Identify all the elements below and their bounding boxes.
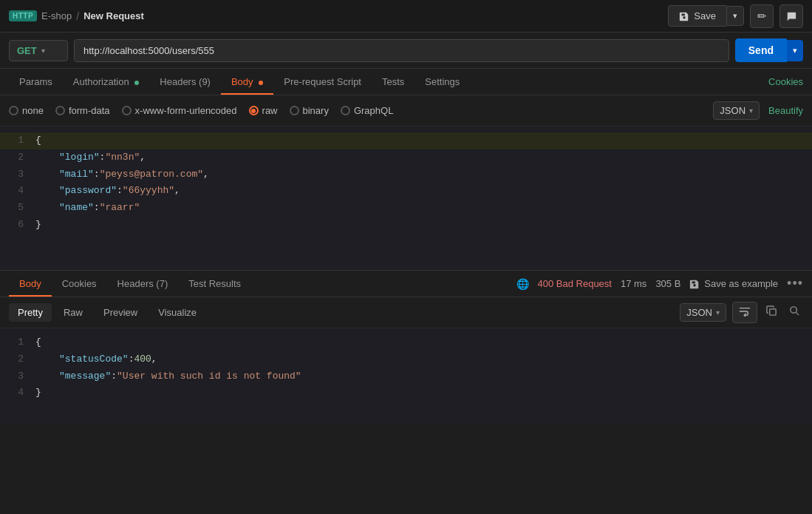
more-options-button[interactable]: ••• <box>787 276 803 291</box>
wrap-icon <box>739 306 751 317</box>
fmt-tab-visualize[interactable]: Visualize <box>149 303 205 322</box>
method-text: GET <box>17 45 37 56</box>
breadcrumb-separator: / <box>76 10 79 22</box>
cookies-link[interactable]: Cookies <box>768 76 803 87</box>
tab-params[interactable]: Params <box>9 69 63 95</box>
response-tabs: Body Cookies Headers (7) Test Results 🌐 … <box>0 271 812 297</box>
tab-tests[interactable]: Tests <box>372 69 414 95</box>
wrap-button[interactable] <box>732 302 757 323</box>
save-button[interactable]: Save <box>668 5 726 27</box>
body-type-right: JSON ▾ Beautify <box>713 101 803 120</box>
url-input[interactable] <box>74 39 729 62</box>
method-selector[interactable]: GET ▾ <box>9 40 68 61</box>
beautify-button[interactable]: Beautify <box>768 105 803 116</box>
method-dropdown-chevron: ▾ <box>41 47 45 55</box>
radio-form-data[interactable]: form-data <box>55 105 110 116</box>
req-line-5: 5 "name" : "raarr" <box>0 200 812 217</box>
copy-icon <box>766 305 777 317</box>
radio-form-data-circle <box>55 106 65 115</box>
top-bar-actions: Save ▾ ✏ <box>668 4 803 28</box>
save-label: Save <box>694 10 716 21</box>
svg-rect-0 <box>770 309 776 315</box>
request-tabs: Params Authorization Headers (9) Body Pr… <box>0 69 812 95</box>
copy-button[interactable] <box>763 302 780 322</box>
request-body-editor[interactable]: 1 { 2 "login" : "nn3n" , 3 "mail" : "pey… <box>0 126 812 271</box>
resp-line-1: 1 { <box>0 334 812 351</box>
response-section: Body Cookies Headers (7) Test Results 🌐 … <box>0 271 812 425</box>
body-type-bar: none form-data x-www-form-urlencoded raw… <box>0 95 812 126</box>
http-badge: HTTP <box>9 10 37 21</box>
page-title: New Request <box>83 10 144 21</box>
req-line-2: 2 "login" : "nn3n" , <box>0 149 812 166</box>
resp-tab-cookies[interactable]: Cookies <box>52 271 107 297</box>
svg-line-2 <box>796 312 799 315</box>
radio-none-circle <box>9 106 18 115</box>
save-icon <box>679 11 689 21</box>
req-line-1: 1 { <box>0 132 812 149</box>
auth-dot <box>134 81 139 85</box>
tab-pre-request[interactable]: Pre-request Script <box>273 69 372 95</box>
tab-settings[interactable]: Settings <box>414 69 470 95</box>
send-button[interactable]: Send <box>735 38 787 62</box>
globe-icon: 🌐 <box>516 278 529 290</box>
json-format-selector[interactable]: JSON ▾ <box>680 303 726 322</box>
body-dot <box>259 81 263 85</box>
req-line-3: 3 "mail" : "peyss@patron.com" , <box>0 166 812 183</box>
radio-raw[interactable]: raw <box>249 105 278 116</box>
breadcrumb: HTTP E-shop / New Request <box>9 10 144 22</box>
json-format-chevron: ▾ <box>716 308 720 317</box>
radio-binary[interactable]: binary <box>290 105 329 116</box>
edit-button[interactable]: ✏ <box>750 4 774 28</box>
tab-authorization[interactable]: Authorization <box>63 69 150 95</box>
save-example-button[interactable]: Save as example <box>689 278 778 289</box>
comment-button[interactable] <box>779 4 803 28</box>
resp-line-2: 2 "statusCode" : 400 , <box>0 351 812 368</box>
fmt-tab-preview[interactable]: Preview <box>95 303 146 322</box>
breadcrumb-eshop: E-shop <box>41 10 72 21</box>
response-body-editor: 1 { 2 "statusCode" : 400 , 3 "message" :… <box>0 328 812 425</box>
fmt-tab-pretty[interactable]: Pretty <box>9 303 52 322</box>
response-size: 305 B <box>655 278 680 289</box>
fmt-tab-raw[interactable]: Raw <box>55 303 92 322</box>
json-chevron: ▾ <box>749 106 753 115</box>
resp-tab-body[interactable]: Body <box>9 271 52 297</box>
resp-line-3: 3 "message" : "User with such id is not … <box>0 368 812 385</box>
format-right: JSON ▾ <box>680 302 803 323</box>
radio-urlencoded-circle <box>122 106 132 115</box>
search-button[interactable] <box>786 302 803 322</box>
resp-tab-test-results[interactable]: Test Results <box>178 271 251 297</box>
search-icon <box>789 305 800 317</box>
response-meta: 🌐 400 Bad Request 17 ms 305 B Save as ex… <box>516 276 804 291</box>
response-format-bar: Pretty Raw Preview Visualize JSON ▾ <box>0 297 812 328</box>
top-bar: HTTP E-shop / New Request Save ▾ ✏ <box>0 0 812 33</box>
resp-tab-headers[interactable]: Headers (7) <box>107 271 179 297</box>
comment-icon <box>786 11 796 21</box>
svg-point-1 <box>791 307 796 313</box>
radio-graphql-circle <box>341 106 350 115</box>
save-button-group: Save ▾ <box>668 5 744 27</box>
json-selector[interactable]: JSON ▾ <box>713 101 760 120</box>
tab-headers[interactable]: Headers (9) <box>149 69 221 95</box>
response-timing: 17 ms <box>621 278 646 289</box>
send-dropdown-button[interactable]: ▾ <box>787 40 803 61</box>
radio-none[interactable]: none <box>9 105 44 116</box>
radio-graphql[interactable]: GraphQL <box>341 105 393 116</box>
radio-raw-circle <box>249 106 259 115</box>
status-badge: 400 Bad Request <box>538 278 612 289</box>
tab-body[interactable]: Body <box>221 69 273 95</box>
send-button-group: Send ▾ <box>735 38 803 62</box>
req-line-6: 6 } <box>0 217 812 234</box>
save-example-icon <box>689 279 700 289</box>
radio-binary-circle <box>290 106 299 115</box>
tabs-right: Cookies <box>768 76 803 87</box>
radio-urlencoded[interactable]: x-www-form-urlencoded <box>122 105 237 116</box>
resp-line-4: 4 } <box>0 385 812 402</box>
url-bar: GET ▾ Send ▾ <box>0 33 812 69</box>
req-line-4: 4 "password" : "66yyyhh" , <box>0 183 812 200</box>
save-dropdown-button[interactable]: ▾ <box>726 6 744 26</box>
